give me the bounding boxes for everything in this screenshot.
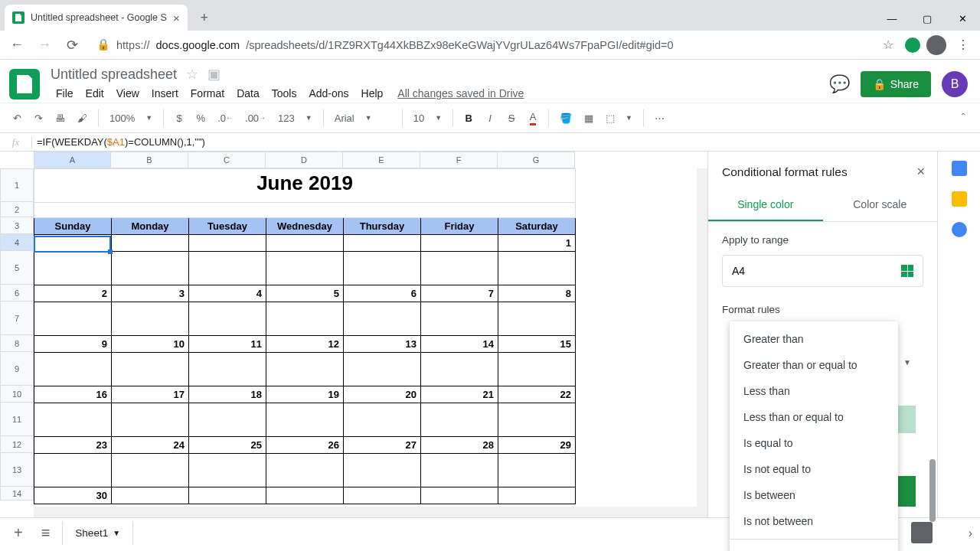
increase-decimal-button[interactable]: .00→: [240, 109, 270, 127]
col-header[interactable]: A: [34, 152, 111, 168]
share-button[interactable]: 🔒 Share: [861, 71, 931, 97]
dd-item-not-equal[interactable]: Is not equal to: [730, 456, 898, 482]
dd-item-less-equal[interactable]: Less than or equal to: [730, 404, 898, 430]
row-header[interactable]: 9: [0, 352, 34, 386]
font-dropdown[interactable]: Arial▼: [330, 109, 396, 127]
dd-item-less-than[interactable]: Less than: [730, 378, 898, 404]
col-header[interactable]: B: [111, 152, 188, 168]
move-folder-icon[interactable]: ▣: [207, 66, 220, 83]
row-header[interactable]: 2: [0, 202, 34, 217]
doc-title[interactable]: Untitled spreadsheet: [51, 67, 177, 83]
col-header[interactable]: F: [420, 152, 498, 168]
explore-button[interactable]: [911, 522, 933, 543]
select-range-icon[interactable]: [901, 265, 913, 277]
more-formats-dropdown[interactable]: 123▼: [273, 109, 317, 127]
tab-single-color[interactable]: Single color: [708, 189, 823, 221]
dd-item-equal[interactable]: Is equal to: [730, 430, 898, 456]
sheet-tab-1[interactable]: Sheet1 ▼: [62, 521, 133, 545]
new-tab-button[interactable]: +: [194, 7, 215, 28]
zoom-dropdown[interactable]: 100%▼: [105, 109, 157, 127]
range-input-box[interactable]: [722, 255, 923, 287]
keep-addon-icon[interactable]: [952, 191, 967, 207]
tasks-addon-icon[interactable]: [952, 222, 967, 237]
star-icon[interactable]: ☆: [186, 66, 198, 83]
bookmark-icon[interactable]: ☆: [877, 37, 899, 52]
save-status[interactable]: All changes saved in Drive: [397, 87, 524, 99]
collapse-toolbar-button[interactable]: ˆ: [954, 109, 972, 127]
tab-color-scale[interactable]: Color scale: [823, 189, 938, 221]
forward-button[interactable]: →: [34, 37, 55, 53]
row-header[interactable]: 7: [0, 302, 34, 335]
borders-button[interactable]: ▦: [580, 109, 598, 127]
format-currency-button[interactable]: $: [170, 109, 188, 127]
col-header[interactable]: C: [188, 152, 266, 168]
range-input[interactable]: [732, 265, 895, 277]
comments-icon[interactable]: 💬: [829, 74, 850, 94]
more-toolbar-button[interactable]: ⋯: [650, 109, 669, 127]
redo-button[interactable]: ↷: [29, 109, 47, 127]
close-tab-icon[interactable]: ×: [173, 11, 180, 24]
menu-file[interactable]: File: [51, 84, 79, 103]
menu-edit[interactable]: Edit: [80, 84, 109, 103]
row-header[interactable]: 5: [0, 251, 34, 285]
col-header[interactable]: G: [498, 152, 575, 168]
col-header[interactable]: E: [343, 152, 420, 168]
formula-bar[interactable]: fx =IF(WEEKDAY($A1)=COLUMN(),1,""): [0, 133, 980, 152]
dd-item-custom-formula[interactable]: Custom formula is: [730, 544, 898, 551]
calendar-addon-icon[interactable]: [952, 161, 967, 176]
strikethrough-button[interactable]: S: [502, 109, 521, 127]
vertical-scrollbar[interactable]: [697, 168, 707, 517]
dd-item-greater-than[interactable]: Greater than: [730, 326, 898, 352]
sheets-logo-icon[interactable]: [9, 69, 40, 99]
row-header[interactable]: 10: [0, 386, 34, 403]
back-button[interactable]: ←: [6, 37, 28, 53]
add-sheet-button[interactable]: +: [8, 521, 29, 545]
menu-data[interactable]: Data: [231, 84, 265, 103]
row-header[interactable]: 3: [0, 217, 34, 234]
chevron-down-icon[interactable]: ▼: [903, 358, 911, 367]
text-color-button[interactable]: A: [524, 108, 542, 129]
maximize-button[interactable]: ▢: [910, 6, 945, 31]
row-header[interactable]: 13: [0, 453, 34, 487]
formula-input[interactable]: =IF(WEEKDAY($A1)=COLUMN(),1,""): [32, 136, 210, 148]
menu-tools[interactable]: Tools: [266, 84, 302, 103]
menu-format[interactable]: Format: [185, 84, 230, 103]
row-header[interactable]: 14: [0, 487, 34, 500]
close-panel-icon[interactable]: ×: [916, 164, 925, 180]
expand-companion-icon[interactable]: ›: [969, 527, 972, 540]
spreadsheet-grid[interactable]: A B C D E F G 1 2 3 4 5 6 7 8 9 10 11 12…: [0, 152, 707, 517]
minimize-button[interactable]: ―: [874, 6, 910, 31]
all-sheets-button[interactable]: ≡: [35, 521, 57, 545]
reload-button[interactable]: ⟳: [61, 37, 83, 54]
row-header[interactable]: 1: [0, 168, 34, 202]
address-bar[interactable]: 🔒 https://docs.google.com/spreadsheets/d…: [89, 38, 871, 51]
extension-icon[interactable]: [905, 37, 920, 53]
profile-avatar-icon[interactable]: [926, 35, 946, 55]
panel-scrollbar[interactable]: [929, 375, 936, 528]
row-header[interactable]: 4: [0, 234, 34, 251]
dd-item-between[interactable]: Is between: [730, 482, 898, 508]
dd-item-greater-equal[interactable]: Greater than or equal to: [730, 352, 898, 378]
account-avatar[interactable]: B: [942, 71, 968, 97]
dd-item-not-between[interactable]: Is not between: [730, 508, 898, 534]
col-header[interactable]: D: [266, 152, 343, 168]
fill-color-button[interactable]: 🪣: [555, 109, 577, 127]
print-button[interactable]: 🖶: [51, 109, 70, 127]
row-header[interactable]: 12: [0, 436, 34, 453]
row-header[interactable]: 6: [0, 285, 34, 302]
font-size-dropdown[interactable]: 10▼: [409, 109, 446, 127]
menu-insert[interactable]: Insert: [146, 84, 184, 103]
close-window-button[interactable]: ✕: [945, 6, 980, 31]
bold-button[interactable]: B: [459, 109, 478, 127]
undo-button[interactable]: ↶: [8, 109, 26, 127]
menu-view[interactable]: View: [111, 84, 145, 103]
italic-button[interactable]: I: [481, 109, 499, 127]
chrome-menu-icon[interactable]: ⋮: [952, 37, 974, 52]
chevron-down-icon[interactable]: ▼: [113, 529, 120, 537]
decrease-decimal-button[interactable]: .0←: [213, 109, 237, 127]
horizontal-scrollbar[interactable]: [34, 507, 697, 517]
paint-format-button[interactable]: 🖌: [73, 109, 92, 127]
merge-cells-button[interactable]: ⬚▼: [601, 109, 637, 127]
row-header[interactable]: 11: [0, 403, 34, 436]
browser-tab[interactable]: Untitled spreadsheet - Google S ×: [5, 5, 188, 31]
